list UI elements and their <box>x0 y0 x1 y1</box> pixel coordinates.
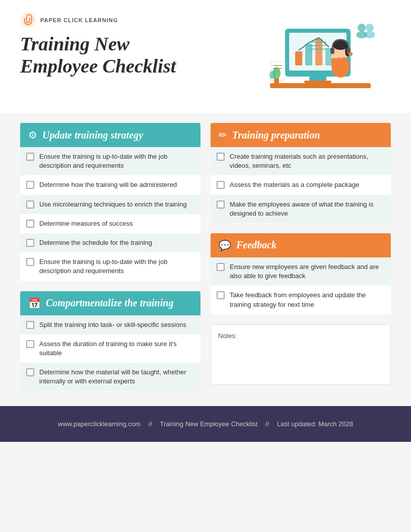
checklist-compartmentalize: Split the training into task- or skill-s… <box>20 315 200 391</box>
item-text: Determine the schedule for the training <box>39 238 152 247</box>
section-title-compartmentalize: Compartmentalize the training <box>46 297 173 309</box>
section-training-prep: ✏ Training preparation Create training m… <box>211 123 391 223</box>
item-text: Assess the duration of training to make … <box>39 340 194 358</box>
list-item: Assess the duration of training to make … <box>20 335 200 363</box>
svg-rect-4 <box>305 44 312 65</box>
item-text: Determine how the material will be taugh… <box>39 368 194 386</box>
footer-website: www.paperclicklearning.com <box>58 420 141 428</box>
svg-point-27 <box>366 24 374 32</box>
svg-rect-32 <box>309 48 326 50</box>
checkbox[interactable] <box>217 201 225 209</box>
checkbox[interactable] <box>26 368 34 376</box>
item-text: Ensure new employees are given feedback … <box>230 262 385 281</box>
list-item: Determine how the material will be taugh… <box>20 363 200 391</box>
notes-box: Notes: <box>211 324 391 385</box>
right-column: ✏ Training preparation Create training m… <box>211 123 391 391</box>
svg-rect-7 <box>309 77 326 81</box>
section-title-prep: Training preparation <box>232 129 320 141</box>
svg-rect-31 <box>309 45 326 46</box>
list-item: Determine how the training will be admin… <box>20 175 200 194</box>
section-feedback: 💬 Feedback Ensure new employees are give… <box>211 233 391 314</box>
section-title-feedback: Feedback <box>236 239 277 251</box>
main-content: ⚙ Update training strategy Ensure the tr… <box>0 113 411 401</box>
checkbox[interactable] <box>26 258 34 266</box>
item-text: Ensure the training is up-to-date with t… <box>39 152 194 170</box>
checkbox[interactable] <box>26 153 34 161</box>
item-text: Take feedback from employees and update … <box>230 291 385 309</box>
checkbox[interactable] <box>217 153 225 161</box>
section-header-prep: ✏ Training preparation <box>211 123 391 147</box>
list-item: Use microlearning techniques to enrich t… <box>20 195 200 214</box>
checkbox[interactable] <box>26 239 34 247</box>
checklist-prep: Create training materials such as presen… <box>211 147 391 223</box>
brand-icon <box>20 12 36 28</box>
item-text: Make the employees aware of what the tra… <box>230 200 385 218</box>
footer-separator-2: // <box>265 420 269 428</box>
list-item: Determine the schedule for the training <box>20 233 200 252</box>
list-item: Take feedback from employees and update … <box>211 286 391 314</box>
item-text: Determine how the training will be admin… <box>39 180 177 189</box>
section-header-update: ⚙ Update training strategy <box>20 123 200 147</box>
list-item: Make the employees aware of what the tra… <box>211 195 391 223</box>
footer-separator-1: // <box>149 420 152 428</box>
section-compartmentalize: 📅 Compartmentalize the training Split th… <box>20 291 200 391</box>
calendar-icon: 📅 <box>28 297 41 309</box>
header: PAPER CLICK LEARNING Training NewEmploye… <box>0 0 411 113</box>
item-text: Use microlearning techniques to enrich t… <box>39 200 187 209</box>
svg-point-16 <box>349 52 353 56</box>
settings-icon: ⚙ <box>28 129 37 141</box>
svg-point-26 <box>358 24 366 32</box>
checkbox[interactable] <box>26 340 34 348</box>
svg-rect-18 <box>331 58 336 68</box>
checkbox[interactable] <box>26 220 34 228</box>
pencil-icon: ✏ <box>219 129 227 141</box>
item-text: Determine measures of success <box>39 219 133 228</box>
footer: www.paperclicklearning.com // Training N… <box>0 406 411 442</box>
footer-updated: Last updated: March 2028 <box>277 420 353 428</box>
svg-rect-30 <box>309 41 326 43</box>
list-item: Ensure the training is up-to-date with t… <box>20 252 200 281</box>
chat-icon: 💬 <box>219 239 231 251</box>
checkbox[interactable] <box>26 321 34 329</box>
notes-label: Notes: <box>218 332 237 340</box>
section-update-training: ⚙ Update training strategy Ensure the tr… <box>20 123 200 281</box>
section-title-update: Update training strategy <box>42 129 143 141</box>
brand-name: PAPER CLICK LEARNING <box>40 17 118 23</box>
checkbox[interactable] <box>26 201 34 209</box>
checkbox[interactable] <box>217 181 225 189</box>
svg-point-25 <box>269 71 276 79</box>
svg-rect-9 <box>270 83 371 88</box>
item-text: Split the training into task- or skill-s… <box>39 320 186 329</box>
svg-point-29 <box>364 31 375 38</box>
left-column: ⚙ Update training strategy Ensure the tr… <box>20 123 200 391</box>
checkbox[interactable] <box>217 263 225 271</box>
checkbox[interactable] <box>26 181 34 189</box>
section-header-feedback: 💬 Feedback <box>211 233 391 257</box>
list-item: Create training materials such as presen… <box>211 147 391 175</box>
list-item: Split the training into task- or skill-s… <box>20 315 200 335</box>
svg-rect-8 <box>304 81 331 83</box>
checkbox[interactable] <box>217 291 225 299</box>
list-item: Ensure the training is up-to-date with t… <box>20 147 200 175</box>
list-item: Assess the materials as a complete packa… <box>211 175 391 194</box>
svg-rect-20 <box>273 65 282 66</box>
item-text: Assess the materials as a complete packa… <box>230 180 359 189</box>
list-item: Determine measures of success <box>20 214 200 233</box>
svg-rect-3 <box>295 51 302 65</box>
list-item: Ensure new employees are given feedback … <box>211 257 391 286</box>
section-header-compartmentalize: 📅 Compartmentalize the training <box>20 291 200 315</box>
main-title: Training NewEmployee Checklist <box>20 33 176 77</box>
header-illustration <box>240 12 391 103</box>
header-left: PAPER CLICK LEARNING Training NewEmploye… <box>20 12 176 77</box>
item-text: Create training materials such as presen… <box>230 152 385 170</box>
item-text: Ensure the training is up-to-date with t… <box>39 257 194 276</box>
brand: PAPER CLICK LEARNING <box>20 12 176 28</box>
footer-doc-name: Training New Employee Checklist <box>160 420 258 428</box>
checklist-update: Ensure the training is up-to-date with t… <box>20 147 200 281</box>
checklist-feedback: Ensure new employees are given feedback … <box>211 257 391 314</box>
svg-rect-14 <box>330 48 334 54</box>
